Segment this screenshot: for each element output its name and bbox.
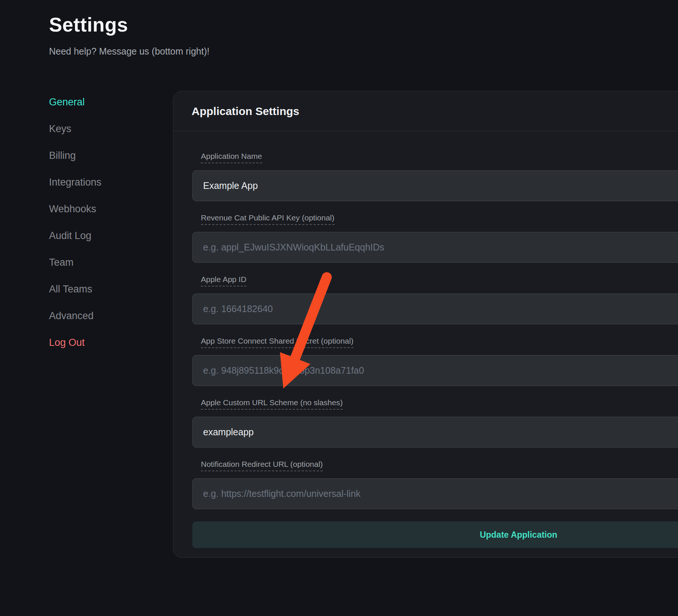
field-revenuecat-api-key: Revenue Cat Public API Key (optional): [192, 213, 678, 263]
application-settings-panel: Application Settings Application Name Re…: [173, 91, 678, 558]
settings-sidebar: General Keys Billing Integrations Webhoo…: [49, 96, 160, 349]
field-notification-redirect-url: Notification Redirect URL (optional): [192, 460, 678, 509]
field-custom-url-scheme: Apple Custom URL Scheme (no slashes): [192, 398, 678, 448]
update-application-button[interactable]: Update Application: [192, 521, 678, 548]
notification-redirect-url-input[interactable]: [192, 478, 678, 509]
page-subtitle: Need help? Message us (bottom right)!: [49, 46, 209, 57]
custom-url-scheme-label: Apple Custom URL Scheme (no slashes): [201, 398, 343, 410]
sidebar-item-keys[interactable]: Keys: [49, 122, 160, 135]
sidebar-item-webhooks[interactable]: Webhooks: [49, 203, 160, 215]
sidebar-item-audit-log[interactable]: Audit Log: [49, 229, 160, 242]
notification-redirect-url-label: Notification Redirect URL (optional): [201, 460, 323, 471]
page-title: Settings: [49, 13, 128, 36]
sidebar-item-billing[interactable]: Billing: [49, 149, 160, 162]
shared-secret-label: App Store Connect Shared Secret (optiona…: [201, 337, 353, 348]
sidebar-item-team[interactable]: Team: [49, 256, 160, 269]
field-shared-secret: App Store Connect Shared Secret (optiona…: [192, 337, 678, 386]
sidebar-item-log-out[interactable]: Log Out: [49, 336, 160, 349]
sidebar-item-integrations[interactable]: Integrations: [49, 176, 160, 189]
revenuecat-api-key-input[interactable]: [192, 232, 678, 263]
field-application-name: Application Name: [192, 152, 678, 201]
apple-app-id-label: Apple App ID: [201, 275, 247, 286]
panel-title: Application Settings: [173, 91, 678, 131]
field-apple-app-id: Apple App ID: [192, 275, 678, 324]
revenuecat-api-key-label: Revenue Cat Public API Key (optional): [201, 213, 335, 225]
application-name-input[interactable]: [192, 170, 678, 201]
apple-app-id-input[interactable]: [192, 294, 678, 324]
sidebar-item-general[interactable]: General: [49, 96, 160, 108]
sidebar-item-all-teams[interactable]: All Teams: [49, 283, 160, 295]
application-name-label: Application Name: [201, 152, 262, 163]
panel-body: Application Name Revenue Cat Public API …: [173, 131, 678, 548]
shared-secret-input[interactable]: [192, 355, 678, 386]
sidebar-item-advanced[interactable]: Advanced: [49, 309, 160, 322]
custom-url-scheme-input[interactable]: [192, 417, 678, 448]
